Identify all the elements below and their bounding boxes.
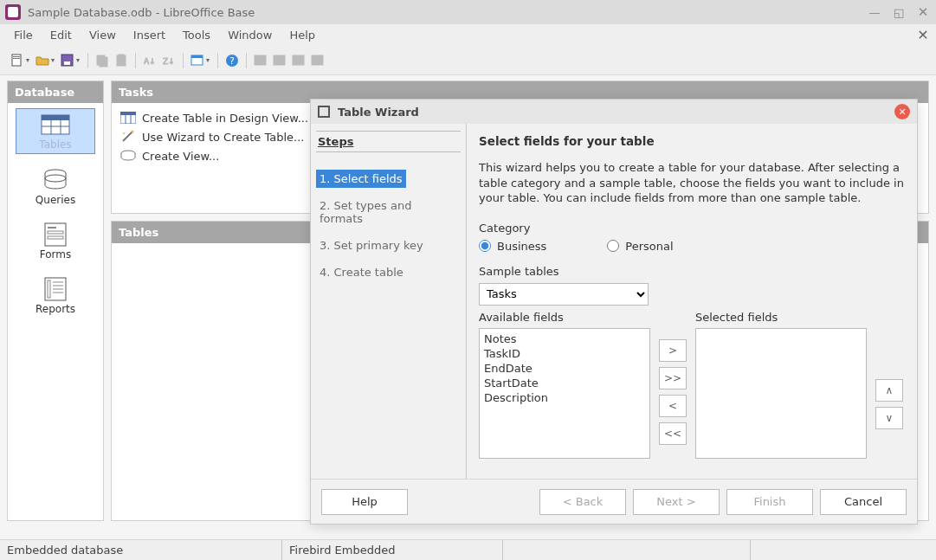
paste-icon[interactable] [113,52,130,69]
next-button[interactable]: Next > [633,489,720,515]
queries-icon [41,169,70,191]
sidebar-item-reports[interactable]: Reports [16,274,95,318]
wizard-step-3[interactable]: 3. Set primary key [316,236,461,254]
radio-business[interactable]: Business [479,240,546,253]
maximize-button[interactable]: ◱ [891,4,907,20]
status-left: Embedded database [0,540,281,560]
sidebar-item-queries[interactable]: Queries [16,164,95,209]
menu-help[interactable]: Help [281,26,324,44]
svg-rect-23 [42,115,69,120]
task-label: Create View... [142,150,219,163]
wizard-step-4[interactable]: 4. Create table [316,263,461,281]
form-icon[interactable] [189,52,206,69]
task-label: Use Wizard to Create Table... [142,131,304,144]
finish-button[interactable]: Finish [726,489,813,515]
available-label: Available fields [479,311,650,324]
svg-text:A↓: A↓ [144,57,156,66]
table-new-icon[interactable] [252,52,269,69]
sidebar-item-label: Reports [36,303,75,315]
new-icon[interactable] [9,52,26,69]
close-window-button[interactable]: ✕ [915,4,931,20]
sample-label: Sample tables [479,265,905,278]
wizard-title-icon [318,106,330,118]
sort-desc-icon[interactable]: Z↓ [160,52,178,69]
wizard-heading: Select fields for your table [479,134,905,148]
help-button[interactable]: Help [321,489,408,515]
wizard-titlebar: Table Wizard ✕ [311,100,917,124]
svg-rect-1 [13,56,20,57]
cancel-button[interactable]: Cancel [820,489,907,515]
help-icon[interactable]: ? [223,52,241,69]
table-edit-icon[interactable] [271,52,288,69]
svg-rect-12 [191,55,203,58]
view-icon [120,149,136,163]
close-doc-button[interactable]: ✕ [915,28,931,43]
menu-file[interactable]: File [5,26,42,44]
wizard-buttons: Help < Back Next > Finish Cancel [311,479,917,524]
available-fields-list[interactable]: Notes TaskID EndDate StartDate Descripti… [479,328,650,459]
svg-rect-0 [12,55,21,66]
move-left-button[interactable]: < [659,395,687,417]
wand-icon [120,130,136,144]
sample-tables-select[interactable]: Tasks [479,283,649,306]
menu-tools[interactable]: Tools [174,26,219,44]
wizard-description: This wizard helps you to create a table … [479,160,905,206]
menu-window[interactable]: Window [219,26,281,44]
menu-edit[interactable]: Edit [42,26,81,44]
database-header: Database [8,81,103,103]
sidebar-item-label: Tables [39,138,71,151]
statusbar: Embedded database Firebird Embedded [0,539,936,560]
move-right-button[interactable]: > [659,339,687,362]
svg-text:?: ? [229,55,235,67]
move-down-button[interactable]: ∨ [875,407,903,429]
form-dropdown[interactable]: ▾ [206,56,210,64]
sidebar-item-tables[interactable]: Tables [16,108,95,154]
reports-icon [41,278,70,300]
wizard-body: Steps 1. Select fields 2. Set types and … [311,124,917,479]
list-item[interactable]: StartDate [484,376,645,390]
database-panel: Database Tables Queries Forms Reports [7,80,104,521]
move-all-right-button[interactable]: >> [659,367,687,389]
wizard-step-1[interactable]: 1. Select fields [316,170,406,188]
move-all-left-button[interactable]: << [659,422,687,445]
radio-personal[interactable]: Personal [607,240,673,253]
table-rename-icon[interactable] [309,52,326,69]
open-dropdown[interactable]: ▾ [51,56,55,64]
toolbar: ▾ ▾ ▾ A↓ Z↓ ▾ ? [0,46,936,75]
save-icon[interactable] [59,52,76,69]
wizard-close-button[interactable]: ✕ [894,104,910,119]
radio-business-label: Business [497,240,546,253]
table-delete-icon[interactable] [290,52,307,69]
sidebar-item-label: Queries [36,194,75,206]
task-label: Create Table in Design View... [142,112,308,125]
menu-insert[interactable]: Insert [125,26,174,44]
list-item[interactable]: Description [484,390,645,405]
category-radios: Business Personal [479,240,905,253]
sort-asc-icon[interactable]: A↓ [141,52,158,69]
back-button[interactable]: < Back [539,489,626,515]
selected-fields-list[interactable] [695,328,867,459]
save-dropdown[interactable]: ▾ [76,56,80,64]
svg-rect-15 [255,55,266,65]
sidebar-item-label: Forms [40,248,71,261]
wizard-step-2[interactable]: 2. Set types and formats [316,196,461,228]
tables-icon [41,113,70,136]
svg-text:Z↓: Z↓ [163,57,175,66]
move-up-button[interactable]: ∧ [875,379,903,402]
svg-point-45 [123,132,125,134]
wizard-main-panel: Select fields for your table This wizard… [467,124,917,479]
svg-rect-30 [48,227,56,229]
minimize-button[interactable]: — [867,4,882,20]
list-item[interactable]: TaskID [484,346,645,361]
list-item[interactable]: Notes [484,331,645,346]
list-item[interactable]: EndDate [484,361,645,376]
new-dropdown[interactable]: ▾ [26,56,29,64]
dual-list: Available fields Notes TaskID EndDate St… [479,311,905,459]
copy-icon[interactable] [94,52,111,69]
sidebar-item-forms[interactable]: Forms [16,219,95,263]
menu-view[interactable]: View [81,26,125,44]
wizard-steps-header: Steps [316,131,461,152]
svg-rect-8 [119,55,124,57]
svg-rect-6 [100,57,107,67]
open-icon[interactable] [34,52,51,69]
